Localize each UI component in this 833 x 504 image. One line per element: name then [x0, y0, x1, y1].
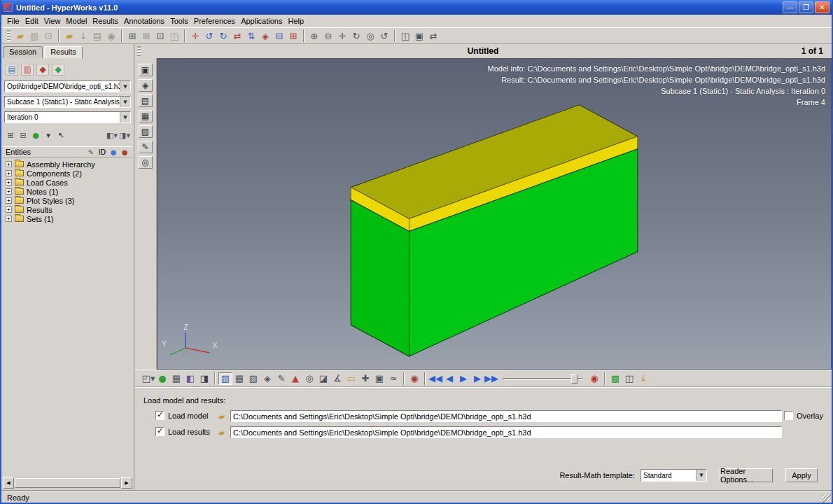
- delete-page-icon[interactable]: ⊠: [139, 29, 153, 42]
- color-column-icon[interactable]: ●: [108, 147, 118, 157]
- reader-options-button[interactable]: Reader Options...: [720, 468, 773, 482]
- play-animation-icon[interactable]: ▶: [456, 372, 470, 385]
- expand-icon[interactable]: +: [6, 161, 12, 167]
- export-curves-icon[interactable]: ↓: [76, 29, 90, 42]
- load-model-icon[interactable]: ▥: [218, 372, 232, 385]
- expand-icon[interactable]: +: [6, 188, 12, 195]
- export-model-icon[interactable]: ↓: [636, 372, 650, 385]
- expand-window-icon[interactable]: ⊡: [153, 29, 167, 42]
- animation-controls-icon[interactable]: ◉: [587, 372, 601, 385]
- tree-item-results[interactable]: + Results: [4, 205, 131, 214]
- tree-item-components[interactable]: + Components (2): [4, 169, 131, 178]
- paste-icon[interactable]: ⊡: [41, 29, 55, 42]
- subcase-combo[interactable]: Subcase 1 (Static1) - Static Analysis: [4, 96, 131, 108]
- model-shade-icon[interactable]: ◧: [183, 372, 197, 385]
- swap-windows-icon[interactable]: ⇄: [426, 29, 440, 42]
- tab-session[interactable]: Session: [3, 46, 43, 58]
- exploded-view-icon[interactable]: ✚: [358, 372, 372, 385]
- open-session-icon[interactable]: ▰: [13, 29, 27, 42]
- scroll-left-icon[interactable]: ◀: [3, 477, 14, 489]
- open-report-icon[interactable]: ▥: [21, 64, 34, 76]
- edit-legend-icon[interactable]: ✎: [274, 372, 288, 385]
- window-layout-icon[interactable]: ◰▾: [141, 372, 155, 385]
- section-cut-icon[interactable]: ◪: [316, 372, 330, 385]
- tree-item-assembly-hierarchy[interactable]: + Assembly Hierarchy: [4, 160, 131, 169]
- id-column-icon[interactable]: ID: [97, 147, 107, 157]
- pick-entity-icon[interactable]: ↖: [55, 129, 67, 141]
- zoom-in-icon[interactable]: ⊕: [307, 29, 321, 42]
- measures-icon[interactable]: ∡: [330, 372, 344, 385]
- results-file-input[interactable]: [230, 426, 782, 438]
- window-capture-icon[interactable]: ◫: [167, 29, 181, 42]
- scroll-thumb[interactable]: [15, 478, 120, 488]
- save-session-icon[interactable]: ▥: [27, 29, 41, 42]
- entity-display-icon[interactable]: ▦: [139, 110, 153, 122]
- menu-item[interactable]: Annotations: [124, 15, 170, 27]
- menu-item[interactable]: Help: [288, 15, 309, 27]
- tree-horizontal-scrollbar[interactable]: ◀ ▶: [3, 477, 132, 489]
- menu-item[interactable]: Preferences: [194, 15, 241, 27]
- tree-item-sets[interactable]: + Sets (1): [4, 214, 131, 223]
- expand-icon[interactable]: +: [6, 179, 12, 186]
- results-file-browse-icon[interactable]: ▰: [216, 427, 227, 438]
- expand-all-icon[interactable]: ⊞: [4, 129, 17, 141]
- rotate-cw-icon[interactable]: ↻: [216, 29, 230, 42]
- chevron-down-icon[interactable]: [696, 470, 706, 481]
- rotate-ccw-icon[interactable]: ↺: [202, 29, 216, 42]
- model-file-browse-icon[interactable]: ▰: [216, 411, 227, 421]
- close-button[interactable]: ✕: [815, 1, 830, 13]
- model-file-input[interactable]: [230, 410, 782, 422]
- fit-view-icon[interactable]: ✛: [188, 29, 202, 42]
- add-page-icon[interactable]: ⊞: [125, 29, 139, 42]
- overlay-checkbox[interactable]: [784, 411, 793, 420]
- display-filter-icon[interactable]: ◧▾: [106, 129, 118, 141]
- model-browser-icon[interactable]: ◆: [36, 64, 49, 76]
- menu-item[interactable]: Edit: [25, 15, 44, 27]
- notes-icon[interactable]: ▭: [344, 372, 358, 385]
- menu-item[interactable]: Applications: [241, 15, 288, 27]
- tile-windows-icon[interactable]: ◫: [398, 29, 412, 42]
- load-model-checkbox[interactable]: [155, 411, 164, 420]
- chevron-down-icon[interactable]: [120, 112, 130, 122]
- menu-item[interactable]: File: [7, 15, 25, 27]
- expand-icon[interactable]: +: [6, 216, 12, 222]
- view-orientation-icon[interactable]: ◈: [139, 79, 153, 92]
- model-info-icon[interactable]: ▩: [608, 372, 622, 385]
- minimize-button[interactable]: —: [783, 1, 797, 13]
- tree-item-load-cases[interactable]: + Load Cases: [4, 178, 131, 187]
- display-menu-icon[interactable]: ▾: [42, 129, 55, 141]
- streamlines-icon[interactable]: ≈: [386, 372, 400, 385]
- capture-graphics-icon[interactable]: ◉: [407, 372, 421, 385]
- open-model-icon[interactable]: ▰: [62, 29, 76, 42]
- flip-horizontal-icon[interactable]: ⇄: [230, 29, 244, 42]
- edit-entity-icon[interactable]: ✎: [86, 147, 96, 157]
- chevron-down-icon[interactable]: [120, 81, 130, 92]
- side-view-icon[interactable]: ⊞: [286, 29, 300, 42]
- results-browser-icon[interactable]: ◆: [52, 64, 64, 76]
- display-options-icon[interactable]: ▤: [139, 94, 153, 107]
- resize-grip[interactable]: [822, 494, 831, 503]
- display-control-icon[interactable]: ◫: [622, 372, 636, 385]
- scroll-right-icon[interactable]: ▶: [121, 477, 132, 489]
- slider-handle[interactable]: [571, 374, 578, 384]
- flip-vertical-icon[interactable]: ⇅: [244, 29, 258, 42]
- expand-icon[interactable]: +: [6, 197, 12, 204]
- screen-capture-icon[interactable]: ◉: [104, 29, 118, 42]
- menu-item[interactable]: Model: [66, 15, 92, 27]
- previous-view-icon[interactable]: ↺: [377, 29, 391, 42]
- cascade-windows-icon[interactable]: ▣: [412, 29, 426, 42]
- tab-results[interactable]: Results: [44, 46, 83, 58]
- tree-item-plot-styles[interactable]: + Plot Styles (3): [4, 196, 131, 205]
- maximize-button[interactable]: ❐: [799, 1, 813, 13]
- visibility-column-icon[interactable]: ●: [120, 147, 130, 157]
- load-results-checkbox[interactable]: [155, 427, 164, 436]
- pan-icon[interactable]: ✛: [335, 29, 349, 42]
- background-style-icon[interactable]: ●: [155, 372, 169, 385]
- previous-frame-icon[interactable]: ◀: [442, 372, 456, 385]
- apply-button[interactable]: Apply: [785, 468, 818, 482]
- result-math-select[interactable]: Standard: [640, 469, 707, 482]
- image-plane-icon[interactable]: ▣: [372, 372, 386, 385]
- chevron-down-icon[interactable]: [120, 97, 130, 107]
- last-frame-icon[interactable]: ▶▶: [484, 372, 498, 385]
- legend-icon[interactable]: ▧: [139, 125, 153, 138]
